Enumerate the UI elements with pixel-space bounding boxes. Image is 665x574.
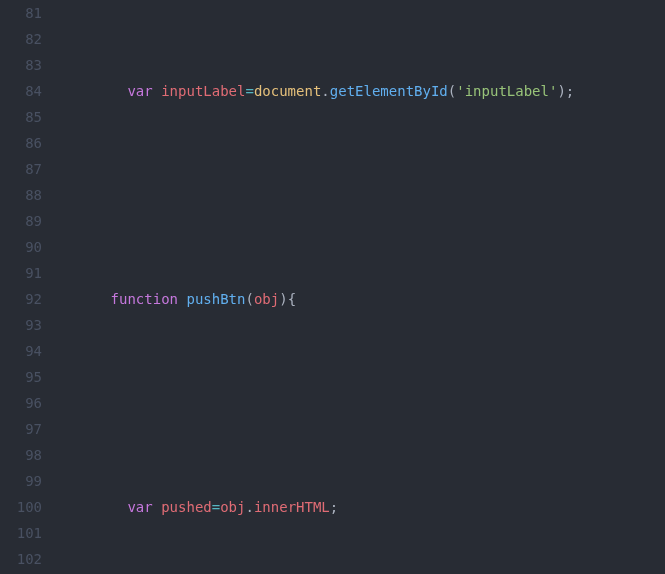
line-number: 83 [0,52,42,78]
line-number: 90 [0,234,42,260]
line-number: 100 [0,494,42,520]
line-number: 88 [0,182,42,208]
line-number: 91 [0,260,42,286]
line-number: 85 [0,104,42,130]
line-number: 97 [0,416,42,442]
line-number: 82 [0,26,42,52]
code-line[interactable]: function pushBtn(obj){ [60,286,665,312]
line-number: 86 [0,130,42,156]
line-number: 94 [0,338,42,364]
code-line[interactable] [60,390,665,416]
code-line[interactable]: var pushed=obj.innerHTML; [60,494,665,520]
code-editor: 81 82 83 84 85 86 87 88 89 90 91 92 93 9… [0,0,665,574]
line-number: 87 [0,156,42,182]
code-line[interactable]: var inputLabel=document.getElementById('… [60,78,665,104]
line-number: 84 [0,78,42,104]
line-number: 95 [0,364,42,390]
line-number: 89 [0,208,42,234]
code-area[interactable]: var inputLabel=document.getElementById('… [60,0,665,574]
line-number-gutter: 81 82 83 84 85 86 87 88 89 90 91 92 93 9… [0,0,60,574]
code-line[interactable] [60,182,665,208]
line-number: 98 [0,442,42,468]
line-number: 99 [0,468,42,494]
line-number: 96 [0,390,42,416]
line-number: 93 [0,312,42,338]
line-number: 92 [0,286,42,312]
line-number: 102 [0,546,42,572]
line-number: 101 [0,520,42,546]
line-number: 81 [0,0,42,26]
